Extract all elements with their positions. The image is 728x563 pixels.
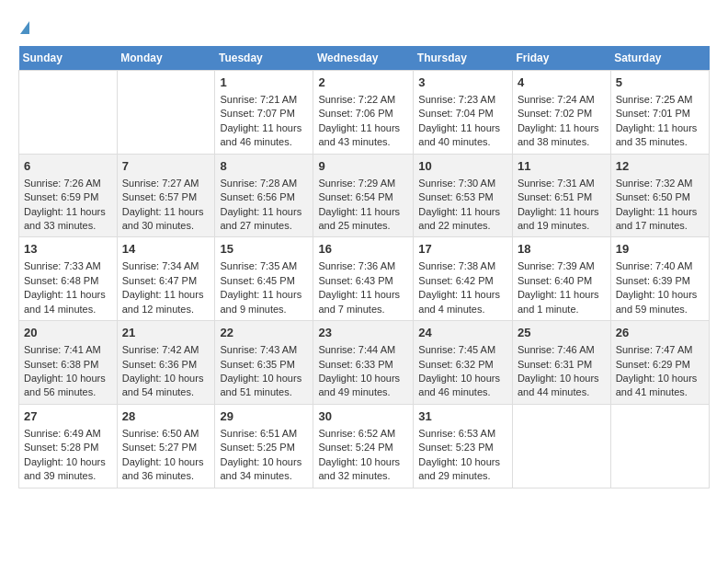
day-info: Sunrise: 7:39 AM xyxy=(518,259,606,273)
logo xyxy=(18,18,29,37)
day-number: 15 xyxy=(220,241,308,258)
calendar-header-row: SundayMondayTuesdayWednesdayThursdayFrid… xyxy=(19,46,710,71)
day-info: Sunrise: 7:29 AM xyxy=(318,177,408,190)
day-info: Sunrise: 7:25 AM xyxy=(616,93,704,107)
day-info: Sunset: 6:53 PM xyxy=(418,190,507,204)
calendar-cell xyxy=(117,70,215,154)
calendar-cell: 26Sunrise: 7:47 AMSunset: 6:29 PMDayligh… xyxy=(610,321,709,405)
day-info: Sunrise: 6:50 AM xyxy=(122,427,210,441)
day-number: 4 xyxy=(518,75,606,91)
calendar-cell: 11Sunrise: 7:31 AMSunset: 6:51 PMDayligh… xyxy=(512,154,610,237)
day-number: 16 xyxy=(318,241,408,258)
calendar-cell: 18Sunrise: 7:39 AMSunset: 6:40 PMDayligh… xyxy=(512,237,610,321)
day-info: Sunset: 7:04 PM xyxy=(418,107,507,121)
column-header-sunday: Sunday xyxy=(19,46,118,71)
day-number: 11 xyxy=(518,158,606,175)
day-info: Daylight: 10 hours and 34 minutes. xyxy=(220,455,308,484)
day-info: Sunrise: 7:44 AM xyxy=(318,343,408,357)
day-number: 21 xyxy=(122,325,210,341)
day-info: Sunrise: 7:22 AM xyxy=(318,93,408,107)
day-info: Sunrise: 7:47 AM xyxy=(616,343,704,357)
calendar-cell: 17Sunrise: 7:38 AMSunset: 6:42 PMDayligh… xyxy=(414,237,513,321)
day-info: Daylight: 11 hours and 7 minutes. xyxy=(318,288,408,316)
day-info: Sunset: 6:56 PM xyxy=(220,190,308,204)
column-header-friday: Friday xyxy=(512,46,610,71)
day-info: Sunset: 6:48 PM xyxy=(24,274,112,288)
day-info: Daylight: 11 hours and 22 minutes. xyxy=(418,205,507,234)
day-number: 27 xyxy=(24,408,112,425)
day-info: Sunrise: 6:51 AM xyxy=(220,427,308,441)
day-info: Sunset: 6:31 PM xyxy=(518,358,606,372)
day-number: 19 xyxy=(616,241,704,258)
day-number: 26 xyxy=(616,325,704,341)
day-info: Daylight: 11 hours and 25 minutes. xyxy=(318,205,408,234)
day-info: Daylight: 10 hours and 39 minutes. xyxy=(24,455,112,484)
day-info: Sunrise: 7:32 AM xyxy=(616,177,704,190)
calendar-cell: 30Sunrise: 6:52 AMSunset: 5:24 PMDayligh… xyxy=(313,404,414,488)
day-info: Daylight: 11 hours and 4 minutes. xyxy=(418,288,507,316)
calendar-cell: 16Sunrise: 7:36 AMSunset: 6:43 PMDayligh… xyxy=(313,237,414,321)
calendar-cell xyxy=(19,70,118,154)
day-info: Daylight: 10 hours and 41 minutes. xyxy=(616,372,704,400)
calendar-cell: 29Sunrise: 6:51 AMSunset: 5:25 PMDayligh… xyxy=(215,404,313,488)
calendar-week-row: 20Sunrise: 7:41 AMSunset: 6:38 PMDayligh… xyxy=(19,321,710,405)
day-info: Sunrise: 7:28 AM xyxy=(220,177,308,190)
day-info: Daylight: 11 hours and 27 minutes. xyxy=(220,205,308,234)
day-number: 18 xyxy=(518,241,606,258)
day-info: Sunset: 6:45 PM xyxy=(220,274,308,288)
calendar-cell: 12Sunrise: 7:32 AMSunset: 6:50 PMDayligh… xyxy=(610,154,709,237)
calendar-cell: 6Sunrise: 7:26 AMSunset: 6:59 PMDaylight… xyxy=(19,154,118,237)
calendar-cell: 5Sunrise: 7:25 AMSunset: 7:01 PMDaylight… xyxy=(610,70,709,154)
day-number: 12 xyxy=(616,158,704,175)
day-number: 6 xyxy=(24,158,112,175)
column-header-wednesday: Wednesday xyxy=(313,46,414,71)
day-info: Sunset: 5:27 PM xyxy=(122,441,210,454)
calendar-cell: 9Sunrise: 7:29 AMSunset: 6:54 PMDaylight… xyxy=(313,154,414,237)
day-info: Sunrise: 7:24 AM xyxy=(518,93,606,107)
day-info: Daylight: 11 hours and 12 minutes. xyxy=(122,288,210,316)
day-number: 25 xyxy=(518,325,606,341)
calendar-cell xyxy=(610,404,709,488)
day-info: Sunrise: 7:45 AM xyxy=(418,343,507,357)
day-info: Daylight: 11 hours and 9 minutes. xyxy=(220,288,308,316)
day-number: 22 xyxy=(220,325,308,341)
day-number: 23 xyxy=(318,325,408,341)
day-info: Daylight: 10 hours and 32 minutes. xyxy=(318,455,408,484)
day-info: Daylight: 11 hours and 33 minutes. xyxy=(24,205,112,234)
calendar-cell: 13Sunrise: 7:33 AMSunset: 6:48 PMDayligh… xyxy=(19,237,118,321)
day-info: Sunrise: 7:21 AM xyxy=(220,93,308,107)
day-info: Daylight: 10 hours and 29 minutes. xyxy=(418,455,507,484)
calendar-cell: 28Sunrise: 6:50 AMSunset: 5:27 PMDayligh… xyxy=(117,404,215,488)
calendar-cell: 7Sunrise: 7:27 AMSunset: 6:57 PMDaylight… xyxy=(117,154,215,237)
day-info: Sunset: 5:23 PM xyxy=(418,441,507,454)
day-info: Daylight: 11 hours and 35 minutes. xyxy=(616,121,704,150)
day-number: 9 xyxy=(318,158,408,175)
column-header-saturday: Saturday xyxy=(610,46,709,71)
day-info: Sunrise: 7:27 AM xyxy=(122,177,210,190)
day-info: Daylight: 10 hours and 44 minutes. xyxy=(518,372,606,400)
day-info: Daylight: 10 hours and 49 minutes. xyxy=(318,372,408,400)
day-info: Daylight: 11 hours and 30 minutes. xyxy=(122,205,210,234)
logo-icon xyxy=(20,21,29,34)
day-number: 29 xyxy=(220,408,308,425)
column-header-thursday: Thursday xyxy=(414,46,513,71)
calendar-week-row: 27Sunrise: 6:49 AMSunset: 5:28 PMDayligh… xyxy=(19,404,710,488)
day-info: Sunset: 6:54 PM xyxy=(318,190,408,204)
day-info: Sunset: 6:33 PM xyxy=(318,358,408,372)
day-number: 31 xyxy=(418,408,507,425)
calendar-cell: 31Sunrise: 6:53 AMSunset: 5:23 PMDayligh… xyxy=(414,404,513,488)
day-info: Sunset: 6:40 PM xyxy=(518,274,606,288)
calendar-week-row: 13Sunrise: 7:33 AMSunset: 6:48 PMDayligh… xyxy=(19,237,710,321)
day-number: 8 xyxy=(220,158,308,175)
day-number: 20 xyxy=(24,325,112,341)
calendar-cell: 24Sunrise: 7:45 AMSunset: 6:32 PMDayligh… xyxy=(414,321,513,405)
day-info: Daylight: 11 hours and 43 minutes. xyxy=(318,121,408,150)
day-info: Sunset: 6:50 PM xyxy=(616,190,704,204)
calendar-cell: 19Sunrise: 7:40 AMSunset: 6:39 PMDayligh… xyxy=(610,237,709,321)
day-info: Sunset: 6:29 PM xyxy=(616,358,704,372)
day-info: Daylight: 10 hours and 59 minutes. xyxy=(616,288,704,316)
day-info: Sunrise: 7:42 AM xyxy=(122,343,210,357)
calendar-cell: 14Sunrise: 7:34 AMSunset: 6:47 PMDayligh… xyxy=(117,237,215,321)
day-info: Sunset: 6:47 PM xyxy=(122,274,210,288)
calendar-cell: 4Sunrise: 7:24 AMSunset: 7:02 PMDaylight… xyxy=(512,70,610,154)
